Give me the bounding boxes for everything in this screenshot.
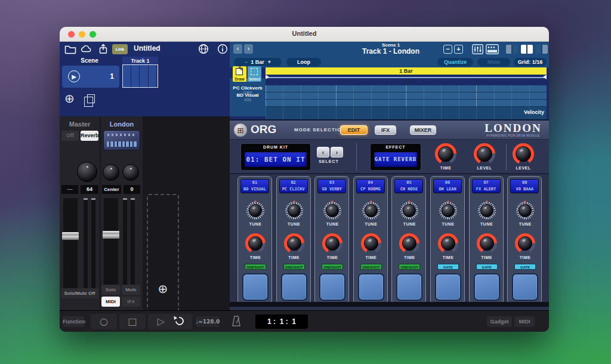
gadget-grid-button[interactable]: ⊞ <box>233 123 248 137</box>
master-channel-strip: Master Off Reverb — 64 Solo/Mute Off <box>60 116 100 310</box>
solo-mute-off-button[interactable]: Solo/Mute Off <box>61 288 98 298</box>
ableton-link-button[interactable]: Link <box>112 44 128 54</box>
master-level-knob[interactable] <box>513 143 534 165</box>
note-grid[interactable] <box>266 85 547 107</box>
share-icon[interactable] <box>97 44 109 54</box>
document-title[interactable]: Untitled <box>134 44 161 53</box>
pad-mode-badge[interactable]: GATE <box>514 264 536 270</box>
london-pan-knob[interactable] <box>103 164 119 181</box>
pad-mode-badge[interactable]: ONESHOT <box>283 264 305 270</box>
timeline-ruler[interactable]: 1.1 1.2 1.3 1.4 <box>266 78 547 85</box>
globe-icon[interactable] <box>198 44 209 54</box>
mode-edit-button[interactable]: EDIT <box>340 125 368 135</box>
note-grid-lower[interactable] <box>266 107 547 119</box>
drum-pad[interactable] <box>396 273 422 301</box>
tune-knob[interactable] <box>285 202 303 220</box>
tune-knob[interactable] <box>439 202 457 220</box>
mode-mixer-button[interactable]: MIXER <box>410 125 436 135</box>
london-volume-fader[interactable] <box>104 198 118 292</box>
clip-cell[interactable] <box>122 64 158 88</box>
london-send-knob[interactable] <box>122 164 139 181</box>
midi-mode-button[interactable]: MIDI <box>514 316 535 327</box>
time-knob[interactable] <box>399 233 419 254</box>
quantize-button[interactable]: Quantize <box>437 58 473 66</box>
pad-mode-badge[interactable]: ONESHOT <box>322 264 343 270</box>
tune-knob[interactable] <box>516 202 534 220</box>
grid-setting-button[interactable]: Grid: 1/16 <box>514 58 547 66</box>
time-knob[interactable] <box>284 233 304 254</box>
drum-pad[interactable] <box>512 273 538 301</box>
layout-right-toggle[interactable] <box>536 45 548 54</box>
loop-button[interactable]: Loop <box>286 58 321 66</box>
pad-mode-badge[interactable]: ONESHOT <box>245 264 266 270</box>
layout-split-toggle[interactable] <box>521 45 533 54</box>
gadget-view-icon[interactable] <box>486 44 499 54</box>
tune-knob[interactable] <box>400 202 418 220</box>
title-bar[interactable]: Untitled <box>60 27 549 42</box>
master-fx-reverb-button[interactable]: Reverb <box>81 131 98 141</box>
bar-plus-button[interactable]: + <box>268 59 271 65</box>
mode-ifx-button[interactable]: IFX <box>375 125 396 135</box>
folder-icon[interactable] <box>64 44 76 54</box>
pad-mode-badge[interactable]: GATE <box>476 264 498 270</box>
master-volume-fader[interactable] <box>63 198 78 292</box>
london-mute-button[interactable]: Mute <box>122 285 140 295</box>
zoom-in-button[interactable]: + <box>454 45 463 54</box>
mixer-view-icon[interactable] <box>472 44 483 54</box>
duplicate-scene-icon[interactable] <box>87 94 95 103</box>
add-gadget-icon[interactable]: ⊕ <box>158 282 168 296</box>
time-knob[interactable] <box>515 233 535 254</box>
master-fx-knob[interactable] <box>77 162 97 182</box>
drum-pad[interactable] <box>474 273 500 301</box>
pad-mode-badge[interactable]: ONESHOT <box>399 264 420 270</box>
drum-pad[interactable] <box>358 273 384 301</box>
drum-pad[interactable] <box>242 273 269 301</box>
tune-knob[interactable] <box>246 202 264 220</box>
next-track-button[interactable]: › <box>244 44 253 54</box>
record-button[interactable]: ○ <box>91 314 117 329</box>
kit-prev-button[interactable]: ‹ <box>317 147 329 158</box>
bar-minus-button[interactable]: − <box>245 59 248 65</box>
position-display[interactable]: 1 : 1 : 1 <box>255 314 308 329</box>
mute-button[interactable]: Mute <box>477 58 510 66</box>
effect-time-knob[interactable] <box>435 143 456 165</box>
select-tool-button[interactable]: Select <box>248 66 261 82</box>
drum-pad[interactable] <box>319 273 345 301</box>
effect-level-knob[interactable] <box>474 143 495 165</box>
time-knob[interactable] <box>477 233 497 254</box>
add-scene-icon[interactable]: ⊕ <box>64 92 75 104</box>
info-icon[interactable] <box>217 44 229 54</box>
track-column-header[interactable]: Track 1 <box>122 57 158 65</box>
loop-playback-button[interactable] <box>168 314 192 329</box>
cloud-icon[interactable] <box>80 44 92 54</box>
london-gadget-thumbnail[interactable] <box>103 130 140 150</box>
pad-mode-badge[interactable]: GATE <box>437 264 459 270</box>
tune-knob[interactable] <box>362 202 380 220</box>
time-knob[interactable] <box>245 233 266 254</box>
zoom-out-button[interactable]: − <box>443 45 452 54</box>
metronome-icon[interactable] <box>231 315 242 327</box>
london-ifx-button[interactable]: IFX <box>122 297 140 307</box>
london-midi-button[interactable]: MIDI <box>101 297 120 307</box>
kit-next-button[interactable]: › <box>331 147 343 158</box>
master-fx-off-button[interactable]: Off <box>61 131 79 141</box>
layout-left-toggle[interactable] <box>506 45 518 54</box>
tempo-display[interactable]: ♩=128.0 <box>196 316 220 327</box>
draw-tool-button[interactable]: ✎ Draw <box>233 66 246 82</box>
function-button[interactable]: Function <box>63 316 84 327</box>
prev-track-button[interactable]: ‹ <box>233 44 242 54</box>
london-solo-button[interactable]: Solo <box>101 285 120 295</box>
region-bar[interactable]: 1 Bar <box>266 67 547 75</box>
scene-row[interactable]: ▶ 1 <box>62 66 119 88</box>
tune-knob[interactable] <box>323 202 341 220</box>
stop-button[interactable]: □ <box>119 314 146 329</box>
time-knob[interactable] <box>361 233 381 254</box>
gadget-mode-button[interactable]: Gadget <box>487 316 512 327</box>
pad-mode-badge[interactable]: ONESHOT <box>360 264 382 270</box>
tune-knob[interactable] <box>478 202 496 220</box>
drum-pad[interactable] <box>281 273 307 301</box>
drum-pad[interactable] <box>435 273 461 301</box>
scene-play-icon[interactable]: ▶ <box>68 70 80 82</box>
time-knob[interactable] <box>438 233 458 254</box>
time-knob[interactable] <box>322 233 342 254</box>
